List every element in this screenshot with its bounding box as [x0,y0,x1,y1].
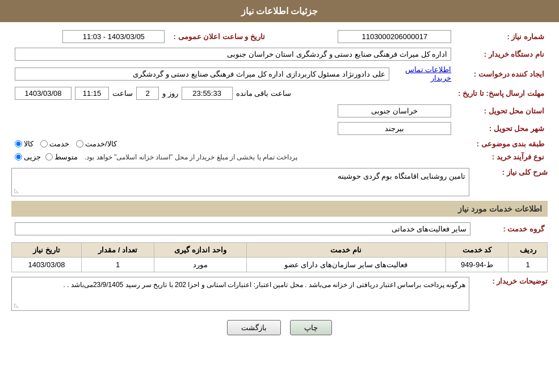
main-info-table: شماره نیاز : 1103000206000017 تاریخ و سا… [11,28,548,163]
col-vahed: واحد اندازه گیری [154,243,246,258]
page-header: جزئیات اطلاعات نیاز [0,0,559,22]
radio-kala-khedmat[interactable]: کالا/خدمت [76,140,117,148]
col-tarikh: تاریخ نیاز [12,243,82,258]
tawzihaat-value: هرگونه پرداخت براساس اعتبار دریافتی از خ… [64,281,465,289]
saat-label: ساعت [112,89,133,98]
ostan-label: استان محل تحویل : [455,102,548,120]
button-row: چاپ بازگشت [11,320,548,335]
cell-radif: 1 [508,258,548,272]
nam-dastgah-label: نام دستگاه خریدار : [455,45,548,63]
nooe-farayand-label: نوع فرآیند خرید : [455,150,548,163]
ijad-link[interactable]: اطلاعات تماس خریدار [393,65,452,82]
shahr-label: شهر محل تحویل : [455,120,548,137]
radio-mottaset[interactable]: متوسط [45,153,78,161]
radio-jozi[interactable]: جزیی [15,153,41,161]
radio-mottaset-label: متوسط [54,153,78,161]
col-kod: کد خدمت [445,243,508,258]
back-button[interactable]: بازگشت [227,320,281,335]
radio-khedmat[interactable]: خدمت [40,140,69,148]
saat-value: 11:15 [75,87,109,100]
nooe-farayand-text: پرداخت تمام یا بخشی از مبلغ خریدار از مح… [85,153,297,161]
radio-kala[interactable]: کالا [15,140,33,148]
rooz-label: روز و [162,89,178,98]
tarikh-value: 1403/03/08 [15,87,72,100]
radio-kala-khedmat-label: کالا/خدمت [85,140,117,148]
radio-jozi-label: جزیی [24,153,41,161]
cell-kod: ط-94-949 [445,258,508,272]
cell-vahed: مورد [154,258,246,272]
nam-dastgah-value: اداره کل میراث فرهنگی صنایع دستی و گردشگ… [15,48,451,61]
baghimande-value: 23:55:33 [182,87,233,100]
services-table: ردیف کد خدمت نام خدمت واحد اندازه گیری ت… [11,242,548,272]
baghimande-label: ساعت باقی مانده [236,89,291,98]
col-tedad: تعداد / مقدار [81,243,154,258]
print-button[interactable]: چاپ [290,320,332,335]
page-title: جزئیات اطلاعات نیاز [241,6,318,16]
tawzihaat-label: توضیحات خریدار : [474,277,548,285]
ijad-value: علی دادورنژاد مسئول کاربردازی اداره کل م… [15,68,389,81]
ostan-value: خراسان جنوبی [338,104,451,117]
khadamat-section-header: اطلاعات خدمات مورد نیاز [11,201,548,217]
ijad-label: ایجاد کننده درخواست : [455,63,548,85]
cell-tedad: 1 [81,258,154,272]
radio-khedmat-label: خدمت [49,140,69,148]
shomara-value: 1103000206000017 [338,30,451,43]
cell-tarikh: 1403/03/08 [12,258,82,272]
grooh-table: گروه خدمت : سایر فعالیت‌های خدماتی [11,220,548,238]
cell-nam: فعالیت‌های سایر سازمان‌های دارای عضو [246,258,445,272]
col-nam: نام خدمت [246,243,445,258]
rooz-value: 2 [136,87,159,100]
table-row: 1ط-94-949فعالیت‌های سایر سازمان‌های دارا… [12,258,548,272]
grooh-value: سایر فعالیت‌های خدماتی [15,222,470,235]
sharh-value: تامین روشنایی اقامتگاه بوم گردی حوشینه [338,172,465,180]
col-radif: ردیف [508,243,548,258]
tarikh-aalan-value: 1403/03/05 - 11:03 [62,30,165,43]
radio-kala-label: کالا [24,140,33,148]
shahr-value: بیرجند [338,122,451,135]
sharh-label: شرح کلی نیاز : [474,168,548,176]
mohlat-label: مهلت ارسال پاسخ: تا تاریخ : [455,85,548,102]
grooh-label: گروه خدمت : [474,220,548,238]
shomara-label: شماره نیاز : [455,28,548,45]
tabaghebandi-label: طبقه بندی موضوعی : [455,137,548,150]
tarikh-aalan-label: تاریخ و ساعت اعلان عمومی : [168,28,270,45]
